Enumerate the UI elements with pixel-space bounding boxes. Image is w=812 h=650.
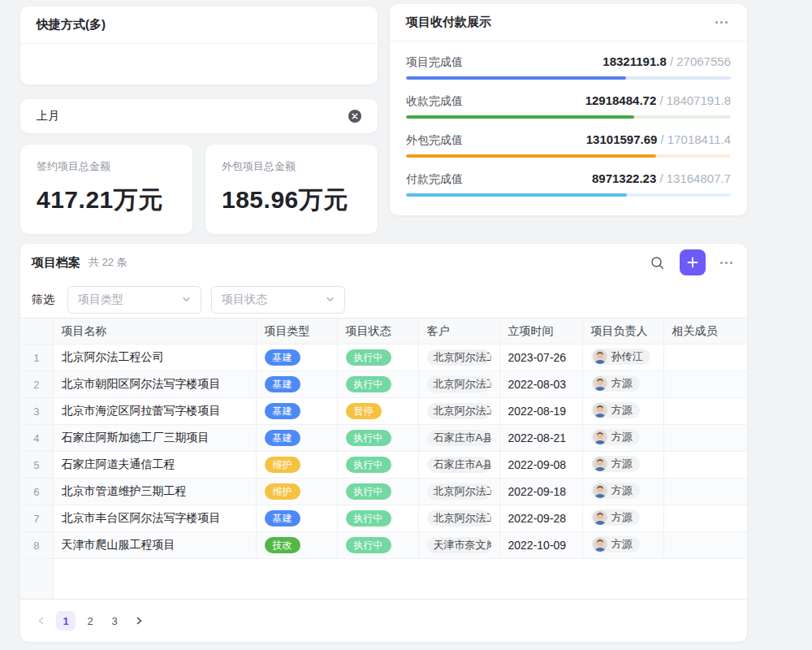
progress-bar-track — [406, 193, 731, 197]
search-button[interactable] — [646, 251, 668, 274]
start-date-cell[interactable]: 2022-10-09 — [499, 532, 582, 559]
column-header[interactable]: 客户 — [418, 318, 499, 344]
project-type-cell[interactable]: 基建 — [256, 371, 337, 398]
owner-name: 方源 — [611, 430, 633, 444]
project-name-cell[interactable]: 石家庄阿斯加德工厂三期项目 — [53, 425, 256, 452]
customer-cell[interactable]: 北京阿尔法工程 — [418, 371, 499, 398]
members-cell[interactable] — [663, 479, 747, 505]
project-name-cell[interactable]: 北京市丰台区阿尔法写字楼项目 — [53, 505, 256, 532]
metric-current-value: 18321191.8 — [603, 54, 666, 68]
page-button-2[interactable]: 2 — [80, 611, 100, 630]
stat-card-signed-total: 签约项目总金额 417.21万元 — [20, 145, 192, 234]
table-card-header: 项目档案 共 22 条 — [20, 244, 747, 281]
project-type-cell[interactable]: 基建 — [256, 398, 337, 425]
customer-cell[interactable]: 北京阿尔法工程 — [418, 398, 499, 425]
payment-overview-card: 项目收付款展示 项目完成值 18321191.8 / 27067556 收款完成… — [390, 4, 747, 215]
metric-label: 付款完成值 — [406, 172, 463, 187]
table-row[interactable]: 3 北京市海淀区阿拉蕾写字楼项目 基建 暂停 北京阿尔法工程 2022-08-1… — [20, 398, 747, 425]
customer-cell[interactable]: 北京阿尔法工程 — [418, 505, 499, 532]
next-page-button[interactable] — [129, 611, 149, 630]
table-row[interactable]: 8 天津市爬山服工程项目 技改 执行中 天津市奈文摩 2022-10-09 方源 — [20, 532, 747, 559]
table-row[interactable]: 4 石家庄阿斯加德工厂三期项目 基建 执行中 石家庄市A县 2022-08-21… — [20, 425, 747, 452]
project-status-cell[interactable]: 执行中 — [337, 479, 418, 505]
column-header[interactable]: 项目状态 — [337, 318, 418, 344]
project-status-cell[interactable]: 执行中 — [337, 344, 418, 371]
table-row[interactable]: 1 北京阿尔法工程公司 基建 执行中 北京阿尔法工程 2023-07-26 孙传… — [20, 344, 747, 371]
project-status-cell[interactable]: 暂停 — [337, 398, 418, 425]
add-record-button[interactable] — [680, 249, 706, 275]
owner-name: 方源 — [611, 483, 633, 498]
members-cell[interactable] — [663, 425, 747, 452]
project-type-cell[interactable]: 技改 — [256, 532, 337, 559]
date-filter-card[interactable]: 上月 — [20, 99, 378, 133]
start-date-cell[interactable]: 2022-09-28 — [499, 505, 582, 532]
metric-total-value: / 13164807.7 — [656, 171, 731, 185]
customer-cell[interactable]: 石家庄市A县 — [418, 425, 499, 452]
payment-metric: 付款完成值 8971322.23 / 13164807.7 — [406, 171, 731, 197]
metric-label: 项目完成值 — [406, 55, 463, 70]
progress-bar-fill — [406, 193, 627, 197]
project-status-cell[interactable]: 执行中 — [337, 505, 418, 532]
members-cell[interactable] — [663, 452, 747, 479]
column-header[interactable]: 相关成员 — [663, 318, 747, 344]
project-name-cell[interactable]: 北京市管道维护三期工程 — [53, 479, 256, 505]
owner-cell[interactable]: 方源 — [582, 425, 663, 452]
project-status-cell[interactable]: 执行中 — [337, 452, 418, 479]
project-status-cell[interactable]: 执行中 — [337, 532, 418, 559]
project-name-cell[interactable]: 北京阿尔法工程公司 — [53, 344, 256, 371]
owner-cell[interactable]: 方源 — [582, 371, 663, 398]
prev-page-button[interactable] — [32, 611, 51, 630]
clear-filter-button[interactable] — [348, 110, 361, 123]
customer-cell[interactable]: 天津市奈文摩 — [418, 532, 499, 559]
owner-cell[interactable]: 孙传江 — [582, 344, 663, 371]
table-row[interactable]: 6 北京市管道维护三期工程 维护 执行中 北京阿尔法工程 2022-09-18 … — [20, 479, 747, 505]
start-date-cell[interactable]: 2022-08-03 — [499, 371, 582, 398]
owner-cell[interactable]: 方源 — [582, 532, 663, 559]
project-type-cell[interactable]: 基建 — [256, 425, 337, 452]
members-cell[interactable] — [663, 344, 747, 371]
members-cell[interactable] — [663, 505, 747, 532]
project-type-cell[interactable]: 维护 — [256, 452, 337, 479]
owner-cell[interactable]: 方源 — [582, 479, 663, 505]
project-name-cell[interactable]: 北京市海淀区阿拉蕾写字楼项目 — [53, 398, 256, 425]
project-name-cell[interactable]: 北京市朝阳区阿尔法写字楼项目 — [53, 371, 256, 398]
project-status-cell[interactable]: 执行中 — [337, 371, 418, 398]
project-name-cell[interactable]: 石家庄阿道夫通信工程 — [53, 452, 256, 479]
project-name-cell[interactable]: 天津市爬山服工程项目 — [53, 532, 256, 559]
more-menu-icon[interactable] — [712, 18, 731, 27]
customer-cell[interactable]: 北京阿尔法工程 — [418, 344, 499, 371]
customer-cell[interactable]: 北京阿尔法工程 — [418, 479, 499, 505]
page-button-1[interactable]: 1 — [56, 611, 76, 630]
start-date-cell[interactable]: 2022-09-18 — [499, 479, 582, 505]
members-cell[interactable] — [663, 398, 747, 425]
project-type-dropdown[interactable]: 项目类型 — [67, 286, 201, 314]
members-cell[interactable] — [663, 371, 747, 398]
owner-chip: 方源 — [591, 402, 640, 418]
owner-cell[interactable]: 方源 — [582, 452, 663, 479]
column-header[interactable]: 项目类型 — [256, 318, 337, 344]
shortcut-card-header: 快捷方式(多) — [20, 6, 378, 44]
start-date-cell[interactable]: 2022-09-08 — [499, 452, 582, 479]
owner-cell[interactable]: 方源 — [582, 505, 663, 532]
table-row[interactable]: 5 石家庄阿道夫通信工程 维护 执行中 石家庄市A县 2022-09-08 方源 — [20, 452, 747, 479]
customer-cell[interactable]: 石家庄市A县 — [418, 452, 499, 479]
project-type-cell[interactable]: 基建 — [256, 505, 337, 532]
project-status-cell[interactable]: 执行中 — [337, 425, 418, 452]
owner-name: 方源 — [611, 537, 633, 552]
members-cell[interactable] — [663, 532, 747, 559]
column-header[interactable]: 项目名称 — [53, 318, 256, 344]
column-header[interactable]: 立项时间 — [499, 318, 582, 344]
start-date-cell[interactable]: 2023-07-26 — [499, 344, 582, 371]
customer-chip: 北京阿尔法工程 — [427, 483, 491, 500]
column-header[interactable]: 项目负责人 — [582, 318, 663, 344]
start-date-cell[interactable]: 2022-08-19 — [499, 398, 582, 425]
project-type-cell[interactable]: 维护 — [256, 479, 337, 505]
table-row[interactable]: 2 北京市朝阳区阿尔法写字楼项目 基建 执行中 北京阿尔法工程 2022-08-… — [20, 371, 747, 398]
project-status-dropdown[interactable]: 项目状态 — [211, 286, 345, 314]
table-more-menu-icon[interactable] — [717, 258, 736, 267]
page-button-3[interactable]: 3 — [105, 611, 124, 630]
project-type-cell[interactable]: 基建 — [256, 344, 337, 371]
table-row[interactable]: 7 北京市丰台区阿尔法写字楼项目 基建 执行中 北京阿尔法工程 2022-09-… — [20, 505, 747, 532]
start-date-cell[interactable]: 2022-08-21 — [499, 425, 582, 452]
owner-cell[interactable]: 方源 — [582, 398, 663, 425]
